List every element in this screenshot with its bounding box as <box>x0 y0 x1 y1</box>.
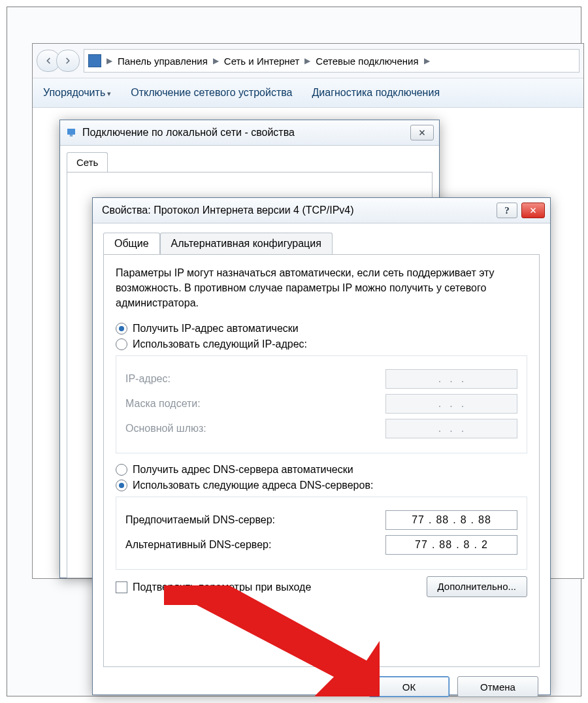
description-text: Параметры IP могут назначаться автоматич… <box>116 265 527 311</box>
window-title: Подключение по локальной сети - свойства <box>82 127 406 139</box>
dns-manual-label: Использовать следующие адреса DNS-сервер… <box>133 480 373 491</box>
chevron-right-icon: ▶ <box>302 56 313 65</box>
preferred-dns-input[interactable]: 77. 88. 8. 88 <box>385 510 517 530</box>
close-button[interactable] <box>521 203 545 218</box>
breadcrumb-segment[interactable]: Панель управления <box>118 56 208 67</box>
explorer-toolbar: Упорядочить Отключение сетевого устройст… <box>33 78 583 108</box>
chevron-right-icon: ▶ <box>104 56 115 65</box>
validate-on-exit-label: Подтвердить параметры при выходе <box>133 581 311 593</box>
gateway-input: ... <box>385 419 517 438</box>
close-button[interactable] <box>410 125 434 140</box>
subnet-mask-label: Маска подсети: <box>125 398 201 410</box>
help-button[interactable]: ? <box>497 203 517 218</box>
chevron-right-icon: ▶ <box>210 56 221 65</box>
tab-alternate-config[interactable]: Альтернативная конфигурация <box>160 233 333 254</box>
dns-auto-radio[interactable] <box>116 464 127 476</box>
diagnose-button[interactable]: Диагностика подключения <box>312 87 440 99</box>
dns-group: Получить адрес DNS-сервера автоматически… <box>116 464 527 570</box>
preferred-dns-label: Предпочитаемый DNS-сервер: <box>125 514 275 526</box>
dns-auto-label: Получить адрес DNS-сервера автоматически <box>133 464 353 476</box>
gateway-label: Основной шлюз: <box>125 423 206 434</box>
ipv4-properties-dialog: Свойства: Протокол Интернета версии 4 (T… <box>92 197 551 695</box>
chevron-right-icon: ▶ <box>421 56 433 65</box>
alternate-dns-label: Альтернативный DNS-сервер: <box>125 539 271 551</box>
tab-general[interactable]: Общие <box>103 233 160 254</box>
dns-manual-radio[interactable] <box>116 480 127 491</box>
cancel-button[interactable]: Отмена <box>457 676 538 697</box>
address-bar-area: ▶ Панель управления ▶ Сеть и Интернет ▶ … <box>33 44 583 78</box>
breadcrumb-segment[interactable]: Сетевые подключения <box>316 56 418 67</box>
control-panel-icon <box>88 54 101 67</box>
ip-address-label: IP-адрес: <box>125 373 171 385</box>
nav-forward-button[interactable] <box>56 50 80 72</box>
svg-rect-1 <box>70 135 73 137</box>
advanced-button[interactable]: Дополнительно... <box>427 576 527 597</box>
subnet-mask-input: ... <box>385 394 517 414</box>
tab-network[interactable]: Сеть <box>67 152 108 172</box>
ip-address-input: ... <box>385 369 517 389</box>
ip-auto-label: Получить IP-адрес автоматически <box>133 323 299 335</box>
ok-button[interactable]: ОК <box>368 676 449 697</box>
ip-auto-radio[interactable] <box>116 323 127 335</box>
alternate-dns-input[interactable]: 77. 88. 8. 2 <box>385 535 517 555</box>
svg-rect-0 <box>67 129 75 135</box>
ip-address-group: Получить IP-адрес автоматически Использо… <box>116 323 527 453</box>
window-title: Свойства: Протокол Интернета версии 4 (T… <box>98 204 493 216</box>
breadcrumb-segment[interactable]: Сеть и Интернет <box>224 56 300 67</box>
outer-frame: ▶ Панель управления ▶ Сеть и Интернет ▶ … <box>7 7 581 696</box>
address-bar[interactable]: ▶ Панель управления ▶ Сеть и Интернет ▶ … <box>84 49 580 73</box>
validate-on-exit-checkbox[interactable] <box>116 581 127 593</box>
disable-device-button[interactable]: Отключение сетевого устройства <box>131 87 292 99</box>
ip-manual-label: Использовать следующий IP-адрес: <box>133 338 307 350</box>
ip-manual-radio[interactable] <box>116 338 127 350</box>
organize-menu[interactable]: Упорядочить <box>43 87 111 99</box>
network-adapter-icon <box>65 127 77 139</box>
